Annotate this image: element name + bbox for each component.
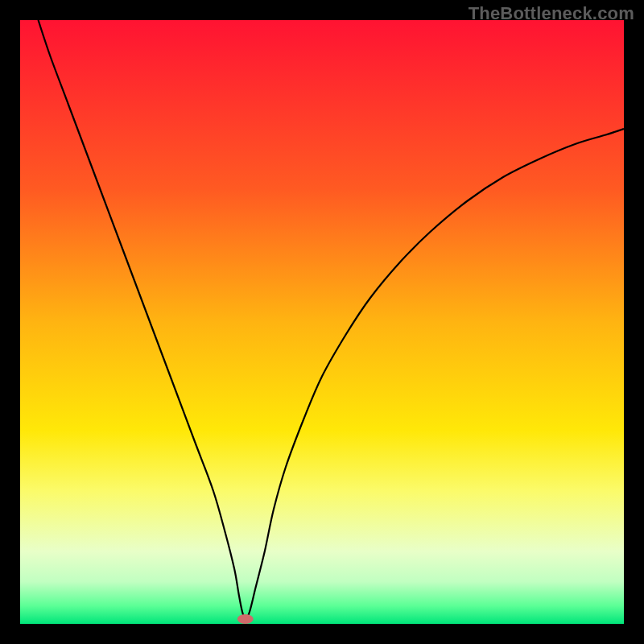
plot-area	[20, 20, 624, 624]
chart-canvas	[20, 20, 624, 624]
optimal-point-marker	[237, 614, 254, 624]
gradient-background	[20, 20, 624, 624]
chart-frame: TheBottleneck.com	[0, 0, 644, 644]
